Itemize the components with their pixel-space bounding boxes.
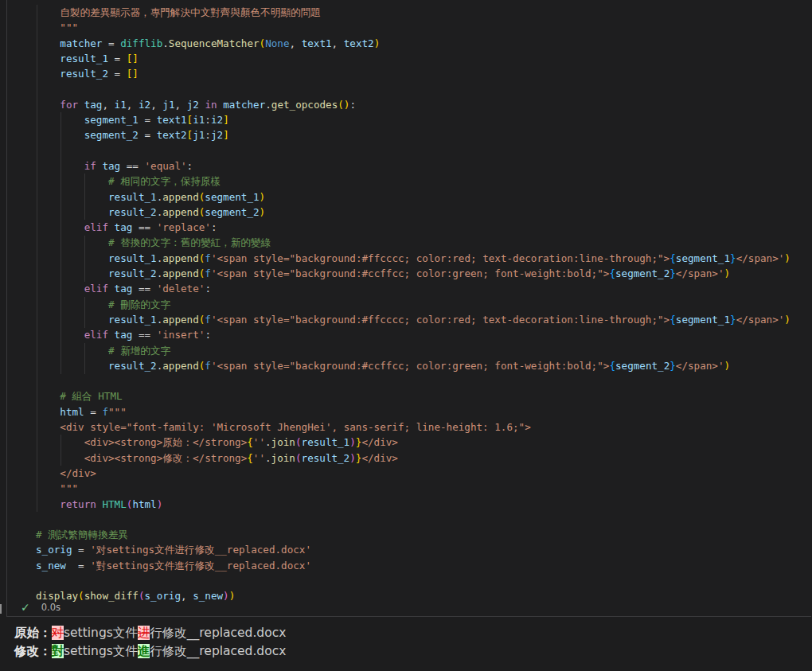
code-line[interactable]: segment_1 = text1[i1:i2] [36, 112, 791, 127]
code-token: , [174, 99, 186, 111]
code-token: ( [295, 452, 302, 464]
code-token: } [670, 360, 676, 372]
code-token [36, 267, 108, 279]
code-token: '<span style="background:#ffcccc; color:… [211, 252, 670, 264]
code-line[interactable]: """ [36, 20, 791, 35]
code-token: , [102, 99, 114, 111]
code-token: ) [229, 590, 236, 602]
code-token: = [84, 406, 103, 418]
code-token: : [187, 160, 193, 172]
code-token: , [332, 37, 344, 49]
cell-status-bar: ✓ 0.0s [21, 599, 61, 616]
code-line[interactable]: # 組合 HTML [36, 388, 791, 404]
code-token: tag [115, 329, 133, 341]
code-line[interactable]: elif tag == 'replace': [36, 220, 791, 235]
code-token: { [247, 452, 253, 464]
code-line[interactable]: if tag == 'equal': [36, 158, 791, 174]
code-line[interactable]: 自製的差異顯示器，專門解決中文對齊與顏色不明顯的問題 [36, 5, 791, 20]
code-token: j1 [193, 129, 205, 141]
code-token: i2 [211, 114, 223, 126]
code-line[interactable]: result_1 = [] [36, 51, 791, 66]
code-line[interactable]: result_2.append(f'<span style="backgroun… [36, 266, 791, 281]
code-token: : [211, 221, 217, 233]
code-token [36, 160, 84, 172]
code-token: ) [260, 206, 266, 218]
code-line[interactable]: elif tag == 'insert': [36, 327, 791, 342]
code-line[interactable]: display(show_diff(s_orig, s_new)) [36, 588, 791, 603]
code-token: 'replace' [157, 221, 211, 233]
code-token: == [120, 160, 144, 172]
success-check-icon: ✓ [21, 599, 30, 616]
code-token: i1 [115, 99, 127, 111]
code-token: # 組合 HTML [36, 390, 123, 402]
code-line[interactable] [36, 512, 791, 527]
code-token: segment_1 [205, 191, 259, 203]
code-token: <div><strong>修改：</strong> [36, 452, 247, 464]
code-line[interactable]: result_2 = [] [36, 66, 791, 81]
code-token: text1 [157, 114, 187, 126]
code-token: join [271, 436, 295, 448]
code-token: HTML [102, 498, 126, 510]
code-line[interactable]: <div><strong>修改：</strong>{''.join(result… [36, 451, 791, 466]
code-line[interactable]: return HTML(html) [36, 497, 791, 512]
code-line[interactable]: result_1.append(f'<span style="backgroun… [36, 251, 791, 266]
code-line[interactable] [36, 573, 791, 588]
code-token: </span>' [736, 314, 785, 326]
code-token: 'delete' [157, 283, 205, 295]
code-token: = [139, 129, 157, 141]
code-token: [] [127, 68, 139, 80]
code-line[interactable]: """ [36, 481, 791, 496]
code-line[interactable]: matcher = difflib.SequenceMatcher(None, … [36, 36, 791, 51]
code-line[interactable]: for tag, i1, i2, j1, j2 in matcher.get_o… [36, 97, 791, 112]
code-token: result_1 [60, 53, 108, 64]
code-token [36, 498, 60, 510]
code-line[interactable]: # 相同的文字，保持原樣 [36, 174, 791, 189]
code-line[interactable]: # 測試繁簡轉換差異 [36, 527, 791, 542]
code-line[interactable] [36, 373, 791, 388]
code-line[interactable]: result_2.append(segment_2) [36, 205, 791, 220]
code-line[interactable]: html = f""" [36, 404, 791, 419]
code-line[interactable]: # 刪除的文字 [36, 297, 791, 312]
code-token: <div><strong>原始：</strong> [36, 436, 247, 448]
code-token: append [162, 360, 199, 372]
code-token: } [730, 314, 736, 326]
code-token [36, 360, 108, 372]
code-token: matcher [60, 37, 102, 49]
code-editor[interactable]: 自製的差異顯示器，專門解決中文對齊與顏色不明顯的問題 """ matcher =… [36, 5, 791, 604]
code-token: = [72, 544, 91, 556]
code-token: segment_1 [84, 114, 139, 126]
code-line[interactable] [36, 81, 791, 96]
code-token: . [265, 436, 271, 448]
code-line[interactable]: # 替換的文字：舊的變紅，新的變綠 [36, 235, 791, 250]
code-token: : [205, 283, 211, 295]
code-line[interactable]: <div style="font-family: 'Microsoft Jhen… [36, 419, 791, 435]
code-line[interactable]: <div><strong>原始：</strong>{''.join(result… [36, 435, 791, 450]
code-line[interactable]: s_new = '對settings文件進行修改__replaced.docx' [36, 558, 791, 573]
code-token: j2 [211, 129, 223, 141]
code-line[interactable]: # 新增的文字 [36, 343, 791, 358]
code-line[interactable]: segment_2 = text2[j1:j2] [36, 127, 791, 142]
code-token [36, 53, 60, 64]
code-token: = [108, 53, 127, 64]
code-line[interactable]: </div> [36, 466, 791, 481]
code-token: ) [784, 314, 791, 326]
code-token: { [609, 360, 615, 372]
diff-unchanged-text: 行修改__replaced.docx [150, 644, 286, 658]
code-token: = [108, 68, 127, 80]
code-line[interactable]: result_1.append(segment_1) [36, 189, 791, 205]
code-token [36, 406, 60, 418]
code-line[interactable]: elif tag == 'delete': [36, 281, 791, 296]
code-token: difflib [120, 37, 162, 49]
code-token: = [102, 37, 120, 49]
code-token: text2 [157, 129, 187, 141]
code-line[interactable]: s_orig = '对settings文件进行修改__replaced.docx… [36, 542, 791, 557]
code-token: . [162, 37, 169, 49]
code-token: '<span style="background:#ffcccc; color:… [211, 314, 670, 326]
code-token: elif [84, 329, 108, 341]
code-token: , [290, 37, 302, 49]
code-line[interactable]: result_2.append(f'<span style="backgroun… [36, 358, 791, 373]
code-line[interactable]: result_1.append(f'<span style="backgroun… [36, 312, 791, 327]
code-token: f [205, 314, 211, 326]
code-line[interactable] [36, 143, 791, 158]
diff-deleted-text: 进 [138, 626, 150, 640]
